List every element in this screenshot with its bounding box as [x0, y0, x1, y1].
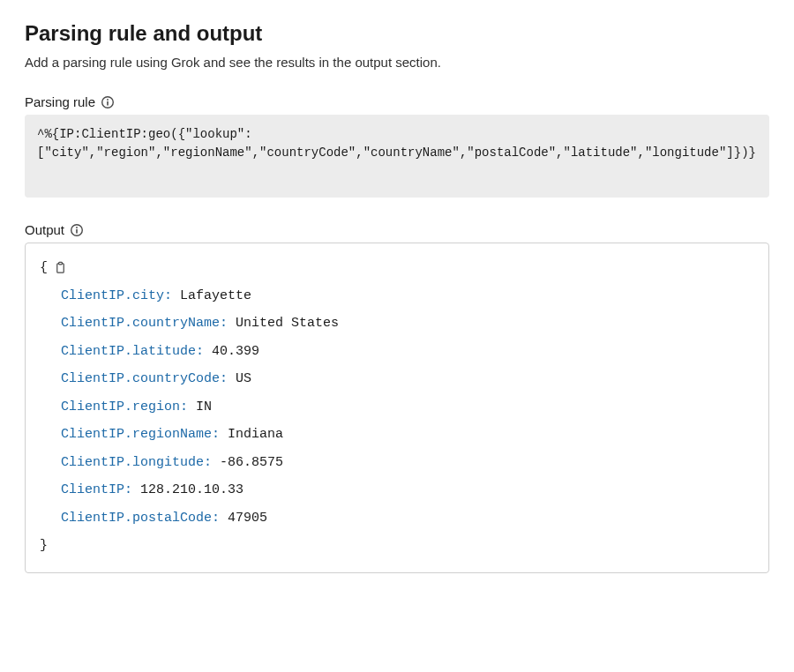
- output-box: { ClientIP.city: LafayetteClientIP.count…: [25, 243, 769, 573]
- parsing-rule-label-row: Parsing rule: [25, 94, 769, 109]
- output-key: ClientIP.region: [61, 399, 180, 414]
- output-value: Indiana: [228, 427, 283, 442]
- output-key: ClientIP.countryCode: [61, 371, 220, 386]
- output-close-brace: }: [40, 532, 754, 560]
- parsing-rule-label: Parsing rule: [25, 94, 95, 109]
- output-value: -86.8575: [220, 455, 283, 470]
- output-entry: ClientIP.regionName: Indiana: [40, 421, 754, 449]
- svg-point-1: [107, 99, 109, 101]
- colon: :: [220, 316, 236, 331]
- output-value: Lafayette: [180, 288, 251, 303]
- output-entry: ClientIP.countryName: United States: [40, 310, 754, 338]
- output-label: Output: [25, 222, 64, 237]
- svg-rect-5: [76, 228, 78, 233]
- output-key: ClientIP.countryName: [61, 316, 220, 331]
- colon: :: [212, 427, 228, 442]
- output-open-brace: {: [40, 254, 48, 282]
- colon: :: [204, 455, 220, 470]
- output-value: 40.399: [212, 344, 259, 359]
- info-icon[interactable]: [70, 223, 84, 237]
- output-value: 47905: [228, 511, 267, 526]
- output-key: ClientIP.latitude: [61, 344, 196, 359]
- output-key: ClientIP.city: [61, 288, 164, 303]
- colon: :: [220, 371, 236, 386]
- clipboard-icon[interactable]: [53, 261, 67, 275]
- output-entry: ClientIP: 128.210.10.33: [40, 476, 754, 504]
- output-value: 128.210.10.33: [140, 482, 243, 497]
- colon: :: [124, 482, 140, 497]
- output-entry: ClientIP.postalCode: 47905: [40, 504, 754, 533]
- output-value: US: [236, 371, 251, 386]
- output-value: IN: [196, 399, 212, 414]
- output-key: ClientIP.postalCode: [61, 511, 212, 526]
- output-key: ClientIP.regionName: [61, 427, 212, 442]
- output-key: ClientIP.longitude: [61, 455, 204, 470]
- svg-rect-7: [58, 263, 62, 265]
- output-entry: ClientIP.city: Lafayette: [40, 282, 754, 310]
- output-entry: ClientIP.region: IN: [40, 393, 754, 422]
- info-icon[interactable]: [101, 95, 115, 109]
- colon: :: [164, 288, 180, 303]
- output-key: ClientIP: [61, 482, 124, 497]
- output-entry: ClientIP.countryCode: US: [40, 365, 754, 393]
- parsing-rule-input[interactable]: ^%{IP:ClientIP:geo({"lookup": ["city","r…: [25, 115, 769, 198]
- output-entry: ClientIP.longitude: -86.8575: [40, 449, 754, 477]
- colon: :: [180, 399, 196, 414]
- page-description: Add a parsing rule using Grok and see th…: [25, 55, 769, 70]
- output-value: United States: [236, 316, 339, 331]
- page-title: Parsing rule and output: [25, 21, 769, 46]
- svg-point-4: [76, 227, 78, 228]
- output-label-row: Output: [25, 222, 769, 237]
- svg-rect-2: [107, 101, 109, 105]
- colon: :: [196, 344, 212, 359]
- output-entry: ClientIP.latitude: 40.399: [40, 338, 754, 366]
- colon: :: [212, 511, 228, 526]
